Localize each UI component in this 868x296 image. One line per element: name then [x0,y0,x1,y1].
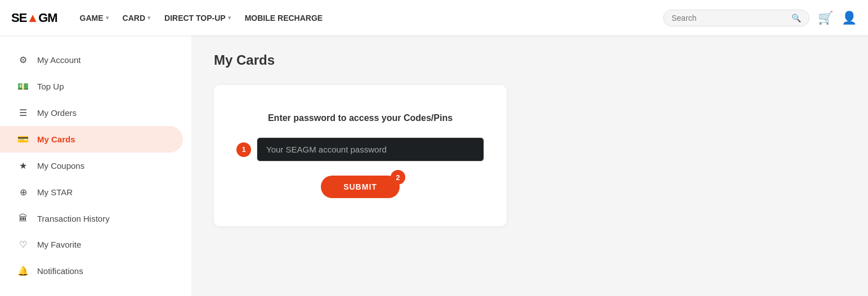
star-icon: ⊕ [17,187,29,198]
sidebar: ⚙ My Account 💵 Top Up ☰ My Orders 💳 My C… [0,35,191,296]
sidebar-item-cards[interactable]: 💳 My Cards [0,126,183,153]
submit-wrapper: SUBMIT 2 [321,176,400,198]
page-title: My Cards [214,52,845,68]
chevron-down-icon: ▾ [106,15,109,21]
nav-game[interactable]: GAME ▾ [74,9,114,27]
header: SE▲GM GAME ▾ CARD ▾ DIRECT TOP-UP ▾ MOBI… [0,0,868,35]
sidebar-item-account[interactable]: ⚙ My Account [0,47,183,73]
nav-mobile-recharge[interactable]: MOBILE RECHARGE [239,9,328,27]
topup-icon: 💵 [17,81,29,92]
sidebar-item-star[interactable]: ⊕ My STAR [0,179,183,205]
bell-icon: 🔔 [17,266,29,276]
step-2-badge: 2 [391,170,405,185]
nav-direct-topup[interactable]: DIRECT TOP-UP ▾ [159,9,236,27]
password-input[interactable] [257,137,484,162]
sidebar-item-orders[interactable]: ☰ My Orders [0,100,183,126]
header-right: 🔍 🛒 👤 [663,10,857,26]
cart-icon[interactable]: 🛒 [818,11,833,25]
chevron-down-icon: ▾ [147,15,150,21]
coupons-icon: ★ [17,160,29,171]
history-icon: 🏛 [17,213,29,223]
orders-icon: ☰ [17,107,29,118]
step-1-badge: 1 [236,142,251,157]
logo[interactable]: SE▲GM [11,11,57,25]
submit-button[interactable]: SUBMIT [321,176,400,198]
layout: ⚙ My Account 💵 Top Up ☰ My Orders 💳 My C… [0,35,868,296]
cards-icon: 💳 [17,134,29,145]
heart-icon: ♡ [17,239,29,250]
chevron-down-icon: ▾ [228,15,231,21]
panel-instruction: Enter password to access your Codes/Pins [268,113,453,123]
sidebar-item-favorite[interactable]: ♡ My Favorite [0,231,183,258]
main-nav: GAME ▾ CARD ▾ DIRECT TOP-UP ▾ MOBILE REC… [74,9,663,27]
sidebar-item-coupons[interactable]: ★ My Coupons [0,153,183,179]
search-icon: 🔍 [791,14,801,23]
user-icon[interactable]: 👤 [842,11,857,25]
sidebar-item-notifications[interactable]: 🔔 Notifications [0,258,183,284]
search-box[interactable]: 🔍 [663,10,809,26]
sidebar-item-topup[interactable]: 💵 Top Up [0,73,183,100]
main-content: My Cards Enter password to access your C… [191,35,868,296]
card-panel: Enter password to access your Codes/Pins… [214,85,507,226]
nav-card[interactable]: CARD ▾ [117,9,156,27]
sidebar-item-history[interactable]: 🏛 Transaction History [0,205,183,231]
search-input[interactable] [672,14,787,23]
gear-icon: ⚙ [17,55,29,65]
password-field-wrapper: 1 [236,137,484,162]
